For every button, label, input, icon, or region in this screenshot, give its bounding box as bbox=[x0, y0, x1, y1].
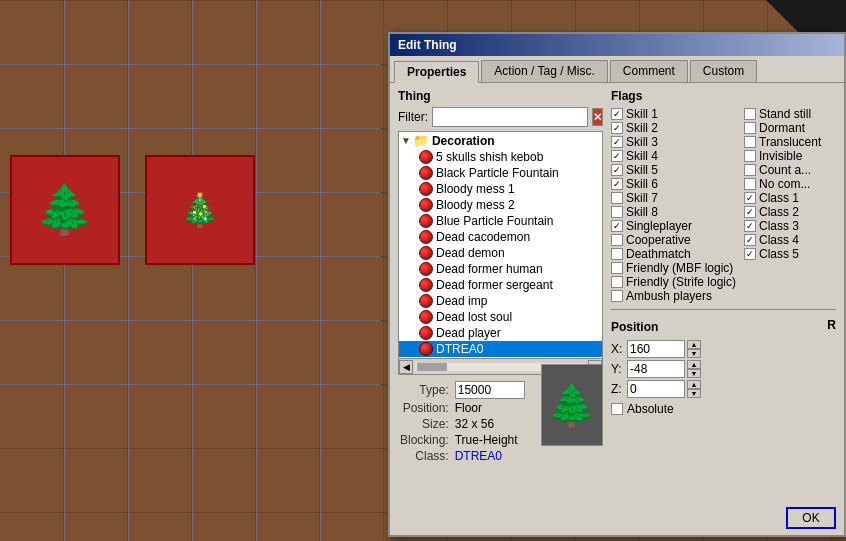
filter-input[interactable] bbox=[432, 107, 588, 127]
flag-skill4: Skill 4 bbox=[611, 149, 736, 163]
list-item-selected[interactable]: DTREA0 bbox=[399, 341, 602, 357]
category-label: Decoration bbox=[432, 134, 495, 148]
flag-skill4-checkbox[interactable] bbox=[611, 150, 623, 162]
flag-class3-checkbox[interactable] bbox=[744, 220, 756, 232]
flag-ambush-players-checkbox[interactable] bbox=[611, 290, 623, 302]
flag-deathmatch-checkbox[interactable] bbox=[611, 248, 623, 260]
y-spin-up[interactable]: ▲ bbox=[687, 360, 701, 369]
type-label: Type: bbox=[400, 381, 453, 399]
tab-action-tag-misc[interactable]: Action / Tag / Misc. bbox=[481, 60, 607, 82]
blocking-label: Blocking: bbox=[400, 433, 453, 447]
flags-left-col: Skill 1 Skill 2 Skill 3 bbox=[611, 107, 736, 303]
flag-friendly-strife: Friendly (Strife logic) bbox=[611, 275, 736, 289]
thing-section-label: Thing bbox=[398, 89, 603, 103]
flag-dormant-checkbox[interactable] bbox=[744, 122, 756, 134]
flag-class4-checkbox[interactable] bbox=[744, 234, 756, 246]
flag-count-a-checkbox[interactable] bbox=[744, 164, 756, 176]
tree-sprite-2: 🎄 bbox=[147, 157, 253, 263]
list-item[interactable]: Bloody mess 1 bbox=[399, 181, 602, 197]
list-item[interactable]: Black Particle Fountain bbox=[399, 165, 602, 181]
list-item[interactable]: Dead imp bbox=[399, 293, 602, 309]
grid-line bbox=[256, 0, 257, 541]
x-input[interactable] bbox=[627, 340, 685, 358]
x-spin-up[interactable]: ▲ bbox=[687, 340, 701, 349]
flag-skill1-checkbox[interactable] bbox=[611, 108, 623, 120]
flag-deathmatch: Deathmatch bbox=[611, 247, 736, 261]
class-value[interactable]: DTREA0 bbox=[455, 449, 525, 463]
y-spinner[interactable]: ▲ ▼ bbox=[687, 360, 701, 378]
flag-singleplayer: Singleplayer bbox=[611, 219, 736, 233]
flag-skill8-checkbox[interactable] bbox=[611, 206, 623, 218]
list-item[interactable]: Dead lost soul bbox=[399, 309, 602, 325]
flag-skill6-checkbox[interactable] bbox=[611, 178, 623, 190]
flag-cooperative-checkbox[interactable] bbox=[611, 234, 623, 246]
list-item[interactable]: Bloody mess 2 bbox=[399, 197, 602, 213]
flag-singleplayer-checkbox[interactable] bbox=[611, 220, 623, 232]
tab-bar: Properties Action / Tag / Misc. Comment … bbox=[390, 56, 844, 83]
list-item[interactable]: Dead player bbox=[399, 325, 602, 341]
scroll-left-btn[interactable]: ◀ bbox=[399, 360, 413, 374]
y-input[interactable] bbox=[627, 360, 685, 378]
x-spinner[interactable]: ▲ ▼ bbox=[687, 340, 701, 358]
tree-sprite-1: 🌲 bbox=[12, 157, 118, 263]
flag-skill7-checkbox[interactable] bbox=[611, 192, 623, 204]
flag-skill5-checkbox[interactable] bbox=[611, 164, 623, 176]
thing-icon bbox=[419, 214, 433, 228]
pos-z-row: Z: ▲ ▼ bbox=[611, 380, 701, 398]
flag-class2-checkbox[interactable] bbox=[744, 206, 756, 218]
preview-thumbnail: 🌲 bbox=[541, 364, 603, 446]
absolute-row: Absolute bbox=[611, 402, 836, 416]
left-panel: Thing Filter: ✕ ▼ 📁 Decoration bbox=[398, 89, 603, 526]
thing-icon bbox=[419, 198, 433, 212]
flag-friendly-mbf: Friendly (MBF logic) bbox=[611, 261, 736, 275]
absolute-checkbox[interactable] bbox=[611, 403, 623, 415]
thing-tree-list[interactable]: ▼ 📁 Decoration 5 skulls shish kebob Blac… bbox=[398, 131, 603, 359]
flag-skill3-checkbox[interactable] bbox=[611, 136, 623, 148]
flag-no-com-checkbox[interactable] bbox=[744, 178, 756, 190]
thing-icon bbox=[419, 230, 433, 244]
position-section: Position R X: ▲ ▼ bbox=[611, 318, 836, 416]
flag-stand-still-checkbox[interactable] bbox=[744, 108, 756, 120]
tab-properties[interactable]: Properties bbox=[394, 61, 479, 83]
type-input[interactable] bbox=[455, 381, 525, 399]
flags-title: Flags bbox=[611, 89, 836, 103]
z-spinner[interactable]: ▲ ▼ bbox=[687, 380, 701, 398]
grid-line bbox=[128, 0, 129, 541]
y-spin-down[interactable]: ▼ bbox=[687, 369, 701, 378]
z-input[interactable] bbox=[627, 380, 685, 398]
position-value: Floor bbox=[455, 401, 525, 415]
list-item[interactable]: Dead cacodemon bbox=[399, 229, 602, 245]
expand-icon[interactable]: ▼ bbox=[401, 135, 411, 146]
properties-section: Type: Position: Floor Size: 32 x 56 B bbox=[398, 379, 603, 465]
flag-translucent-checkbox[interactable] bbox=[744, 136, 756, 148]
flag-class1-checkbox[interactable] bbox=[744, 192, 756, 204]
button-area: OK bbox=[786, 507, 836, 529]
list-item[interactable]: 5 skulls shish kebob bbox=[399, 149, 602, 165]
tab-comment[interactable]: Comment bbox=[610, 60, 688, 82]
tree-category-decoration[interactable]: ▼ 📁 Decoration bbox=[399, 132, 602, 149]
flag-skill2-checkbox[interactable] bbox=[611, 122, 623, 134]
flag-friendly-strife-checkbox[interactable] bbox=[611, 276, 623, 288]
z-spin-up[interactable]: ▲ bbox=[687, 380, 701, 389]
list-item[interactable]: Dead former human bbox=[399, 261, 602, 277]
z-spin-down[interactable]: ▼ bbox=[687, 389, 701, 398]
ok-button[interactable]: OK bbox=[786, 507, 836, 529]
right-panel: Flags Skill 1 Skill 2 bbox=[611, 89, 836, 526]
flag-invisible-checkbox[interactable] bbox=[744, 150, 756, 162]
filter-clear-button[interactable]: ✕ bbox=[592, 108, 603, 126]
class-label: Class: bbox=[400, 449, 453, 463]
x-spin-down[interactable]: ▼ bbox=[687, 349, 701, 358]
flag-class5-checkbox[interactable] bbox=[744, 248, 756, 260]
flag-ambush-players: Ambush players bbox=[611, 289, 736, 303]
list-item[interactable]: Dead demon bbox=[399, 245, 602, 261]
scrollbar-thumb[interactable] bbox=[417, 363, 447, 371]
folder-icon: 📁 bbox=[413, 133, 429, 148]
flag-skill2: Skill 2 bbox=[611, 121, 736, 135]
flag-skill6: Skill 6 bbox=[611, 177, 736, 191]
position-fields: X: ▲ ▼ Y: ▲ bbox=[611, 340, 836, 398]
list-item[interactable]: Dead former sergeant bbox=[399, 277, 602, 293]
flag-friendly-mbf-checkbox[interactable] bbox=[611, 262, 623, 274]
tab-custom[interactable]: Custom bbox=[690, 60, 757, 82]
grid-line bbox=[0, 384, 380, 385]
list-item[interactable]: Blue Particle Fountain bbox=[399, 213, 602, 229]
